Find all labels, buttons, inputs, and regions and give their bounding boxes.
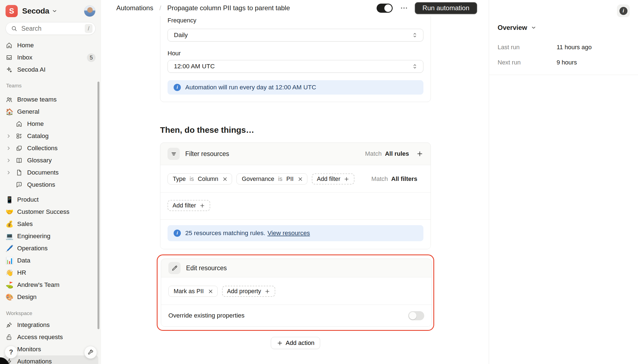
next-run-row: Next run 9 hours	[498, 58, 638, 67]
sidebar-scrollbar[interactable]	[97, 82, 99, 329]
sparkles-icon	[6, 66, 13, 73]
search-input[interactable]: Search /	[6, 22, 96, 35]
wave-emoji-icon: 👋	[6, 269, 13, 276]
hour-select[interactable]: 12:00 AM UTC	[168, 60, 423, 73]
sidebar-item-label: HR	[17, 269, 26, 276]
remove-rule-icon[interactable]	[222, 176, 228, 182]
sidebar-item-general[interactable]: 🏠 General	[3, 106, 98, 118]
chevron-right-icon[interactable]	[6, 157, 12, 163]
filter-rules-row: Type is Column Governance is PII	[160, 165, 431, 192]
sidebar-item-andrew-s-team[interactable]: ⛳ Andrew's Team	[3, 279, 98, 291]
view-resources-link[interactable]: View resources	[267, 230, 310, 237]
rule-value[interactable]: Column	[198, 176, 218, 183]
schedule-card: Frequency Daily Hour 12:00 AM UTC i Auto…	[160, 16, 431, 102]
sidebar-item-label: Access requests	[17, 334, 63, 341]
chevron-down-icon	[52, 8, 58, 14]
add-filter-button[interactable]: Add filter	[312, 173, 354, 184]
sidebar-item-glossary[interactable]: Glossary	[3, 154, 98, 167]
sidebar-item-documents[interactable]: Documents	[3, 167, 98, 179]
matching-info-banner: i 25 resources matching rules. View reso…	[168, 225, 423, 241]
sidebar-item-customer-success[interactable]: 🤝 Customer Success	[3, 206, 98, 218]
rule-field[interactable]: Type	[173, 176, 186, 183]
chevron-right-icon[interactable]	[6, 133, 12, 139]
sidebar-item-product[interactable]: 📱 Product	[3, 194, 98, 206]
inbox-icon	[6, 54, 13, 61]
sidebar-item-label: Catalog	[27, 132, 49, 140]
sidebar-item-collections[interactable]: Collections	[3, 142, 98, 154]
rule-operator[interactable]: is	[190, 176, 194, 183]
match-value[interactable]: All rules	[385, 150, 409, 157]
sidebar-item-questions[interactable]: ? Questions	[3, 179, 98, 191]
sidebar-item-engineering[interactable]: 💻 Engineering	[3, 230, 98, 242]
schedule-info-banner: i Automation will run every day at 12:00…	[168, 80, 423, 95]
add-filter-row: Add filter	[160, 193, 431, 219]
workspace-switcher[interactable]: S Secoda	[6, 4, 96, 18]
edit-properties-row: Mark as PII Add property	[161, 277, 431, 305]
sidebar-item-label: Monitors	[17, 346, 41, 353]
home-icon	[6, 42, 13, 49]
next-run-label: Next run	[498, 59, 557, 66]
secoda-logo-icon: S	[6, 5, 18, 17]
sidebar-item-mark-as-pii[interactable]: Mark as PII	[168, 286, 218, 297]
rule-value[interactable]: PII	[286, 176, 294, 183]
main-scroll-area[interactable]: Frequency Daily Hour 12:00 AM UTC i Auto…	[101, 16, 489, 364]
info-icon: i	[174, 230, 181, 237]
wrench-icon	[87, 349, 94, 356]
property-label[interactable]: Mark as PII	[174, 288, 204, 295]
rule-operator[interactable]: is	[278, 176, 282, 183]
sidebar-item-secoda-ai[interactable]: Secoda AI	[3, 64, 98, 76]
info-button[interactable]: i	[617, 4, 630, 17]
frequency-select[interactable]: Daily	[168, 29, 423, 41]
sidebar-item-browse-teams[interactable]: Browse teams	[3, 93, 98, 106]
sidebar-item-automations[interactable]: Automations	[3, 355, 98, 364]
frequency-label: Frequency	[168, 17, 423, 24]
chevron-right-icon[interactable]	[6, 170, 12, 176]
breadcrumb-automations[interactable]: Automations	[116, 4, 153, 12]
sidebar-item-data[interactable]: 📊 Data	[3, 254, 98, 267]
edit-card-body: Mark as PII Add property	[161, 277, 431, 326]
filter-resources-card: Filter resources Match All rules	[160, 142, 431, 249]
settings-wrench-button[interactable]	[84, 346, 97, 359]
filter-rule-pill[interactable]: Governance is PII	[236, 173, 307, 184]
filter-rule-pill[interactable]: Type is Column	[168, 173, 232, 184]
users-icon	[6, 96, 13, 103]
add-filter-button-2[interactable]: Add filter	[168, 200, 210, 211]
palette-emoji-icon: 🎨	[6, 293, 13, 301]
more-options-button[interactable]	[400, 4, 408, 12]
sidebar-item-hr[interactable]: 👋 HR	[3, 267, 98, 279]
sidebar-item-home[interactable]: Home	[3, 39, 98, 51]
chevron-right-icon[interactable]	[6, 145, 12, 151]
overview-header[interactable]: Overview	[498, 24, 638, 32]
toggle-knob	[384, 4, 392, 12]
rule-field[interactable]: Governance	[242, 176, 274, 183]
sidebar-teams-nav: Browse teams 🏠 General Home Catalog	[3, 93, 98, 303]
sidebar-item-access-requests[interactable]: Access requests	[3, 331, 98, 343]
matching-banner-row: i 25 resources matching rules. View reso…	[160, 220, 431, 249]
sidebar-item-operations[interactable]: 🖊️ Operations	[3, 242, 98, 254]
rules-match-value[interactable]: All filters	[391, 175, 417, 183]
override-toggle[interactable]	[408, 311, 424, 320]
overview-panel: i Overview Last run 11 hours ago Next ru…	[489, 0, 638, 364]
remove-rule-icon[interactable]	[297, 176, 303, 182]
next-run-value: 9 hours	[557, 59, 577, 66]
sidebar-item-integrations[interactable]: Integrations	[3, 319, 98, 331]
user-avatar[interactable]	[84, 5, 96, 17]
sidebar-item-label: Home	[27, 120, 44, 128]
sidebar-item-catalog[interactable]: Catalog	[3, 130, 98, 142]
search-placeholder: Search	[21, 25, 85, 32]
add-property-button[interactable]: Add property	[222, 286, 275, 297]
automation-enabled-toggle[interactable]	[377, 4, 393, 13]
sidebar-item-design[interactable]: 🎨 Design	[3, 291, 98, 303]
sidebar-item-inbox[interactable]: Inbox 5	[3, 51, 98, 64]
help-button[interactable]: ?	[5, 346, 17, 358]
sidebar-item-label: Home	[17, 42, 34, 49]
inbox-count-badge: 5	[87, 53, 96, 62]
add-rule-plus-icon[interactable]	[416, 150, 423, 157]
run-automation-button[interactable]: Run automation	[415, 2, 477, 14]
remove-property-icon[interactable]	[208, 288, 213, 294]
sidebar-item-home[interactable]: Home	[3, 118, 98, 130]
edit-card-header: Edit resources	[161, 259, 431, 277]
sidebar-item-sales[interactable]: 💰 Sales	[3, 218, 98, 230]
schedule-info-text: Automation will run every day at 12:00 A…	[185, 84, 316, 91]
add-action-button[interactable]: Add action	[271, 337, 320, 349]
